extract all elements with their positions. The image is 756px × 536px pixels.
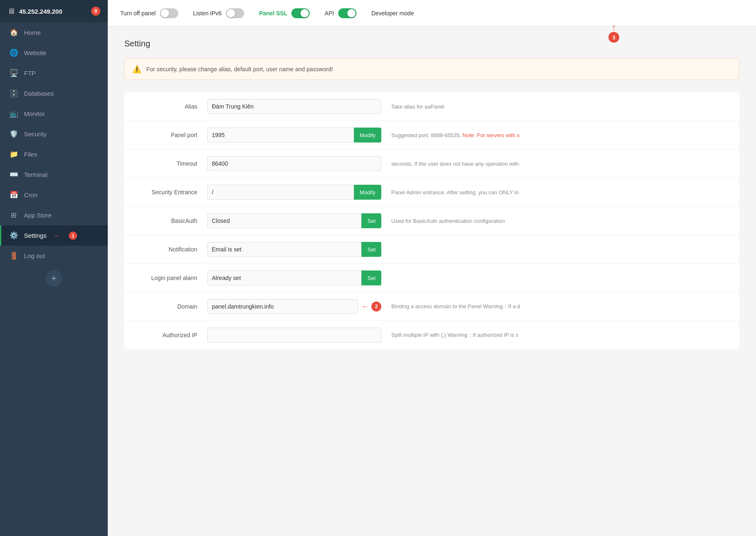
security-icon: 🛡️: [9, 130, 18, 138]
row-login_panel_alarm-input[interactable]: [207, 270, 361, 285]
sidebar-item-security[interactable]: 🛡️ Security: [0, 124, 108, 144]
settings-row-authorized_ip: Authorized IP Split multiple IP with (,)…: [124, 321, 739, 349]
row-domain-input-area: ← 2: [207, 299, 381, 314]
row-authorized_ip-input-area: [207, 328, 381, 343]
notification-badge[interactable]: 0: [91, 7, 100, 16]
row-security_entrance-input-area: Modify: [207, 185, 381, 200]
row-timeout-desc: seconds, If the user does not have any o…: [381, 161, 739, 167]
panel-ssl-item: Panel SSL: [259, 8, 310, 18]
row-panel_port-input-area: Modify: [207, 128, 381, 142]
turn-off-panel-label: Turn off panel: [120, 10, 156, 17]
content-area: Setting ⚠️ For security, please change a…: [108, 27, 756, 536]
sidebar-item-home[interactable]: 🏠 Home: [0, 22, 108, 43]
settings-row-panel_port: Panel port Modify Suggested port: 8888-6…: [124, 121, 739, 150]
listen-ipv6-knob: [227, 9, 235, 17]
row-panel_port-btn[interactable]: Modify: [354, 128, 381, 142]
ftp-icon: 🖥️: [9, 69, 18, 77]
row-timeout-label: Timeout: [124, 160, 207, 167]
settings-label: Settings: [24, 232, 46, 239]
databases-icon: 🗄️: [9, 89, 18, 98]
row-security_entrance-btn[interactable]: Modify: [354, 185, 381, 200]
developer-mode-label: Developer mode: [371, 10, 414, 17]
ftp-label: FTP: [24, 70, 36, 77]
api-toggle[interactable]: [338, 8, 356, 18]
developer-mode-item: Developer mode: [371, 10, 414, 17]
security-label: Security: [24, 130, 46, 138]
row-notification-label: Notification: [124, 246, 207, 253]
row-authorized_ip-label: Authorized IP: [124, 332, 207, 338]
panel-ssl-toggle[interactable]: [291, 8, 310, 18]
settings-arrow: ←: [54, 232, 61, 239]
sidebar-item-files[interactable]: 📁 Files: [0, 144, 108, 164]
alert-message: For security, please change alias, defau…: [146, 66, 333, 72]
row-authorized_ip-input[interactable]: [207, 328, 381, 343]
alert-icon: ⚠️: [132, 65, 141, 74]
sidebar-item-databases[interactable]: 🗄️ Databases: [0, 83, 108, 104]
row-notification-btn[interactable]: Set: [361, 242, 381, 257]
panel-ssl-knob: [300, 9, 309, 17]
sidebar-item-ftp[interactable]: 🖥️ FTP: [0, 63, 108, 83]
row-alias-desc: Take alias for aaPanel: [381, 104, 739, 110]
turn-off-panel-item: Turn off panel: [120, 8, 178, 18]
sidebar-item-terminal[interactable]: ⌨️ Terminal: [0, 164, 108, 185]
settings-icon: ⚙️: [9, 231, 18, 240]
databases-label: Databases: [24, 90, 54, 97]
row-timeout-input-area: [207, 156, 381, 171]
alert-box: ⚠️ For security, please change alias, de…: [124, 58, 739, 80]
settings-table: Alias Take alias for aaPanel Panel port …: [124, 92, 739, 349]
annotation-2-circle: 2: [371, 302, 381, 311]
sidebar-item-monitor[interactable]: 📺 Monitor: [0, 104, 108, 124]
row-alias-label: Alias: [124, 103, 207, 110]
row-basicauth-desc: Used for BasicAuth authentication config…: [381, 218, 739, 224]
row-authorized_ip-desc: Split multiple IP with (,) Warning：If au…: [381, 331, 739, 339]
cron-icon: 📅: [9, 191, 18, 199]
sidebar-item-appstore[interactable]: ⊞ App Store: [0, 205, 108, 225]
server-icon: 🖥: [7, 7, 15, 16]
row-login_panel_alarm-btn[interactable]: Set: [361, 270, 381, 285]
row-alias-input-area: [207, 99, 381, 114]
row-notification-input[interactable]: [207, 242, 361, 257]
sidebar-item-settings[interactable]: ⚙️ Settings ← 1: [0, 225, 108, 246]
api-item: API: [325, 8, 356, 18]
row-panel_port-label: Panel port: [124, 132, 207, 138]
add-button[interactable]: +: [46, 270, 62, 287]
monitor-label: Monitor: [24, 110, 45, 117]
sidebar-item-logout[interactable]: 🚪 Log out: [0, 246, 108, 266]
row-basicauth-btn[interactable]: Set: [361, 213, 381, 228]
row-panel_port-input[interactable]: [207, 128, 354, 142]
row-basicauth-label: BasicAuth: [124, 217, 207, 224]
row-security_entrance-label: Security Entrance: [124, 189, 207, 196]
sidebar-item-website[interactable]: 🌐 Website: [0, 43, 108, 63]
settings-row-security_entrance: Security Entrance Modify Panel Admin ent…: [124, 178, 739, 207]
listen-ipv6-toggle[interactable]: [226, 8, 244, 18]
monitor-icon: 📺: [9, 109, 18, 118]
topbar: Turn off panel Listen IPv6 Panel SSL API…: [108, 0, 756, 27]
settings-badge: 1: [69, 232, 77, 240]
row-basicauth-input-area: Set: [207, 213, 381, 228]
nav-items: 🏠 Home 🌐 Website 🖥️ FTP 🗄️ Databases 📺 M…: [0, 22, 108, 266]
sidebar-item-cron[interactable]: 📅 Cron: [0, 185, 108, 205]
row-domain-input[interactable]: [207, 299, 358, 314]
annotation-3-arrow-up: ↑: [612, 23, 616, 32]
turn-off-panel-knob: [161, 9, 169, 17]
listen-ipv6-label: Listen IPv6: [193, 10, 222, 17]
main-area: Turn off panel Listen IPv6 Panel SSL API…: [108, 0, 756, 536]
turn-off-panel-toggle[interactable]: [160, 8, 178, 18]
row-security_entrance-input[interactable]: [207, 185, 354, 200]
files-icon: 📁: [9, 150, 18, 159]
settings-row-domain: Domain ← 2 Binding a access domain to th…: [124, 292, 739, 321]
domain-arrow-left: ←: [361, 302, 369, 311]
row-login_panel_alarm-input-area: Set: [207, 270, 381, 285]
website-label: Website: [24, 49, 46, 56]
settings-row-notification: Notification Set: [124, 235, 739, 264]
panel-ssl-label: Panel SSL: [259, 10, 287, 17]
cron-label: Cron: [24, 191, 38, 198]
page-title: Setting: [124, 39, 739, 48]
files-label: Files: [24, 151, 37, 158]
api-knob: [347, 9, 356, 17]
row-alias-input[interactable]: [207, 99, 381, 114]
row-basicauth-input[interactable]: [207, 213, 361, 228]
terminal-label: Terminal: [24, 171, 48, 178]
logout-icon: 🚪: [9, 251, 18, 260]
row-timeout-input[interactable]: [207, 156, 381, 171]
